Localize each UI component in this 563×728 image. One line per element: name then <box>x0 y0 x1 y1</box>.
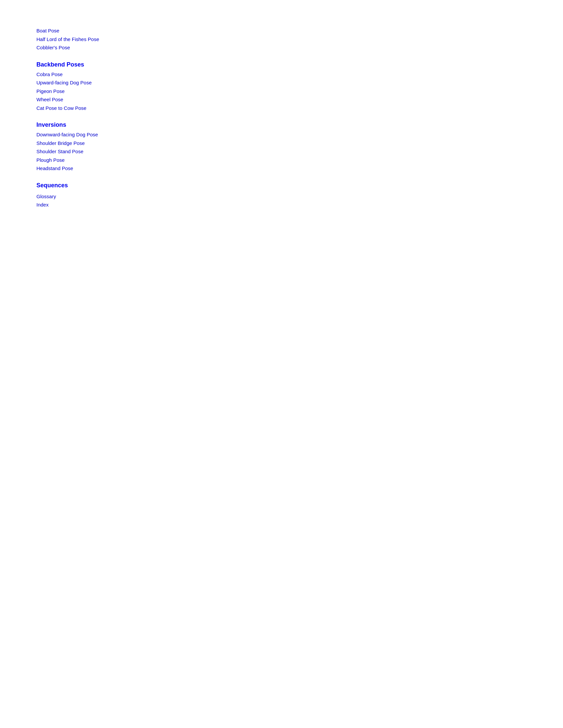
link-glossary[interactable]: Glossary <box>36 192 563 201</box>
link-half-lord-fishes[interactable]: Half Lord of the Fishes Pose <box>36 35 563 44</box>
link-cobra-pose[interactable]: Cobra Pose <box>36 70 563 79</box>
link-cobblers-pose[interactable]: Cobbler's Pose <box>36 43 563 52</box>
link-upward-facing-dog[interactable]: Upward-facing Dog Pose <box>36 78 563 87</box>
link-wheel-pose[interactable]: Wheel Pose <box>36 95 563 104</box>
backbend-poses-section: Backbend Poses Cobra Pose Upward-facing … <box>36 61 563 113</box>
link-shoulder-bridge[interactable]: Shoulder Bridge Pose <box>36 139 563 148</box>
top-links-section: Boat Pose Half Lord of the Fishes Pose C… <box>36 26 563 52</box>
sequences-section: Sequences Glossary Index <box>36 182 563 209</box>
link-plough-pose[interactable]: Plough Pose <box>36 156 563 164</box>
inversions-section: Inversions Downward-facing Dog Pose Shou… <box>36 121 563 173</box>
link-pigeon-pose[interactable]: Pigeon Pose <box>36 87 563 96</box>
link-index[interactable]: Index <box>36 201 563 209</box>
sequences-heading: Sequences <box>36 182 563 189</box>
link-downward-facing-dog[interactable]: Downward-facing Dog Pose <box>36 130 563 139</box>
inversions-heading: Inversions <box>36 121 563 128</box>
link-boat-pose[interactable]: Boat Pose <box>36 26 563 35</box>
link-headstand-pose[interactable]: Headstand Pose <box>36 164 563 173</box>
link-shoulder-stand[interactable]: Shoulder Stand Pose <box>36 147 563 156</box>
backbend-poses-heading: Backbend Poses <box>36 61 563 68</box>
link-cat-cow-pose[interactable]: Cat Pose to Cow Pose <box>36 104 563 113</box>
